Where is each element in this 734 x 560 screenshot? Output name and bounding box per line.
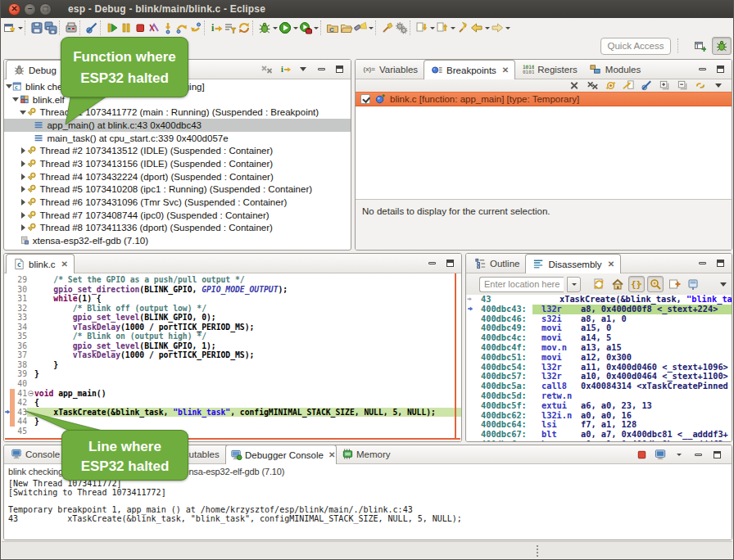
- debug-tree-row[interactable]: Thread #7 1073408744 (ipc0) (Suspended :…: [4, 209, 351, 222]
- annotation-ruler[interactable]: [4, 275, 15, 285]
- tab-disassembly[interactable]: Disassembly✕: [525, 254, 621, 273]
- line-number[interactable]: 38: [15, 360, 27, 370]
- toolbar-button-mark-occurrences[interactable]: [381, 20, 394, 36]
- line-number[interactable]: 35: [15, 332, 27, 341]
- fold-ruler[interactable]: [27, 379, 34, 389]
- toolbar-button-forward-history[interactable]: [491, 20, 510, 36]
- breakpoint-row[interactable]: blink.c [function: app_main] [type: Temp…: [356, 92, 732, 106]
- debug-tree-row[interactable]: Thread #3 1073413156 (IDLE) (Suspended :…: [4, 157, 351, 170]
- viewbar-minimize-button[interactable]: [425, 257, 438, 270]
- debug-tree-row[interactable]: Thread #4 1073432224 (dport) (Suspended …: [4, 170, 351, 183]
- toolbar-button-terminate[interactable]: [134, 20, 147, 36]
- viewbar-maximize-button[interactable]: [333, 63, 346, 76]
- viewbar-minimize-button[interactable]: [691, 448, 705, 461]
- toolbar-button-build-settings[interactable]: [395, 20, 408, 36]
- viewbar-maximize-button[interactable]: [714, 257, 727, 270]
- toolbar-button-external-tools[interactable]: [299, 20, 319, 36]
- debug-tree-row[interactable]: Thread #8 1073411336 (dport) (Suspended …: [4, 222, 351, 235]
- disassembly-listing[interactable]: 43xTaskCreate(&blink_task, "blink_tas400…: [466, 295, 732, 441]
- perspective-button-open-perspective[interactable]: [691, 37, 709, 55]
- expander-closed-icon[interactable]: [20, 160, 27, 167]
- toolbar-button-search[interactable]: [354, 20, 374, 36]
- tab-close-icon[interactable]: ✕: [608, 260, 614, 269]
- annotation-ruler[interactable]: [4, 398, 15, 408]
- status-drag-handle[interactable]: [536, 544, 539, 557]
- viewbar-view-menu-button[interactable]: [712, 79, 725, 93]
- previous-annotation-dropdown-icon[interactable]: [451, 27, 455, 29]
- fold-ruler[interactable]: [27, 332, 34, 341]
- annotation-ruler[interactable]: [4, 369, 15, 379]
- toolbar-button-open-folder[interactable]: [340, 20, 353, 36]
- annotation-ruler[interactable]: [4, 379, 15, 389]
- disassembly-show-source-toggle-button[interactable]: {}: [628, 276, 645, 292]
- new-wizard-dropdown-icon[interactable]: [18, 27, 23, 29]
- annotation-ruler[interactable]: [4, 408, 15, 418]
- disassembly-refresh-view-button[interactable]: [591, 276, 607, 292]
- toolbar-button-step-into[interactable]: [161, 20, 174, 36]
- run-dropdown-icon[interactable]: [293, 27, 298, 29]
- viewbar-goto-file-button[interactable]: [622, 79, 635, 93]
- debug-tree-row[interactable]: xtensa-esp32-elf-gdb (7.10): [4, 234, 351, 247]
- fold-ruler[interactable]: [27, 323, 34, 332]
- tab-outline[interactable]: Outline: [468, 254, 525, 273]
- viewbar-terminate-console-button[interactable]: [635, 448, 648, 461]
- fold-ruler[interactable]: [27, 389, 34, 399]
- line-number[interactable]: 39: [15, 369, 27, 379]
- viewbar-minimize-button[interactable]: [695, 257, 709, 270]
- viewbar-minimize-button[interactable]: [315, 63, 328, 76]
- toolbar-button-step-over[interactable]: [175, 20, 188, 36]
- toolbar-button-restart[interactable]: [238, 20, 251, 36]
- toolbar-button-save-all[interactable]: [44, 20, 57, 36]
- fold-ruler[interactable]: [27, 313, 34, 323]
- expander-closed-icon[interactable]: [20, 147, 27, 154]
- line-number[interactable]: 29: [15, 275, 27, 285]
- annotation-ruler[interactable]: [4, 350, 15, 360]
- line-number[interactable]: 31: [15, 294, 27, 304]
- location-dropdown-button[interactable]: [567, 277, 581, 292]
- expander-closed-icon[interactable]: [20, 199, 27, 205]
- line-number[interactable]: 34: [15, 323, 27, 332]
- line-number[interactable]: 37: [15, 350, 27, 360]
- annotation-ruler[interactable]: [4, 341, 15, 351]
- fold-ruler[interactable]: [27, 294, 34, 304]
- toolbar-button-disconnect[interactable]: [147, 20, 161, 36]
- expander-closed-icon[interactable]: [20, 224, 27, 231]
- viewbar-collapse-all-button[interactable]: [676, 79, 689, 93]
- line-number[interactable]: 40: [15, 379, 27, 389]
- toolbar-button-last-edit-location[interactable]: [456, 20, 469, 36]
- toolbar-button-next-annotation[interactable]: [415, 20, 435, 36]
- perspective-button-debug-perspective[interactable]: [712, 37, 732, 55]
- external-tools-dropdown-icon[interactable]: [314, 27, 319, 29]
- expander-closed-icon[interactable]: [20, 212, 27, 219]
- search-dropdown-icon[interactable]: [369, 27, 374, 29]
- tab-registers[interactable]: 10100101Registers: [515, 60, 583, 79]
- tab-memory[interactable]: Memory: [337, 445, 399, 463]
- toolbar-button-debug[interactable]: [258, 20, 278, 36]
- debug-dropdown-icon[interactable]: [273, 27, 278, 29]
- quick-access-input[interactable]: Quick Access: [600, 38, 671, 55]
- back-history-dropdown-icon[interactable]: [485, 27, 490, 29]
- next-annotation-dropdown-icon[interactable]: [430, 27, 435, 29]
- debug-tree-row[interactable]: Thread #1 1073411772 (main : Running) (S…: [4, 106, 351, 119]
- expander-open-icon[interactable]: [12, 97, 20, 102]
- annotation-ruler[interactable]: [4, 304, 15, 314]
- expander-open-icon[interactable]: [20, 111, 27, 115]
- toolbar-button-step-filters[interactable]: [224, 20, 237, 36]
- fold-ruler[interactable]: [27, 341, 34, 351]
- tab-breakpoints[interactable]: Breakpoints✕: [424, 60, 515, 79]
- toolbar-button-resume[interactable]: [106, 20, 119, 36]
- tab-blink-c[interactable]: c blink.c ✕: [6, 254, 75, 273]
- annotation-ruler[interactable]: [4, 427, 15, 436]
- fold-ruler[interactable]: [27, 360, 34, 370]
- annotation-ruler[interactable]: [4, 323, 15, 332]
- toolbar-button-back-history[interactable]: [470, 20, 490, 36]
- location-input[interactable]: Enter location here: [479, 277, 564, 292]
- viewbar-skip-all-breakpoints-flat-button[interactable]: [640, 79, 653, 93]
- annotation-ruler[interactable]: [4, 313, 15, 323]
- line-number[interactable]: 33: [15, 313, 27, 323]
- viewbar-minimize-button[interactable]: [695, 63, 709, 76]
- debug-tree-row[interactable]: app_main() at blink.c:43 0x400dbc43: [4, 119, 351, 132]
- tab-close-icon[interactable]: ✕: [328, 450, 335, 459]
- tab-blink-c-close-icon[interactable]: ✕: [61, 260, 68, 269]
- window-maximize-button[interactable]: □: [39, 3, 52, 16]
